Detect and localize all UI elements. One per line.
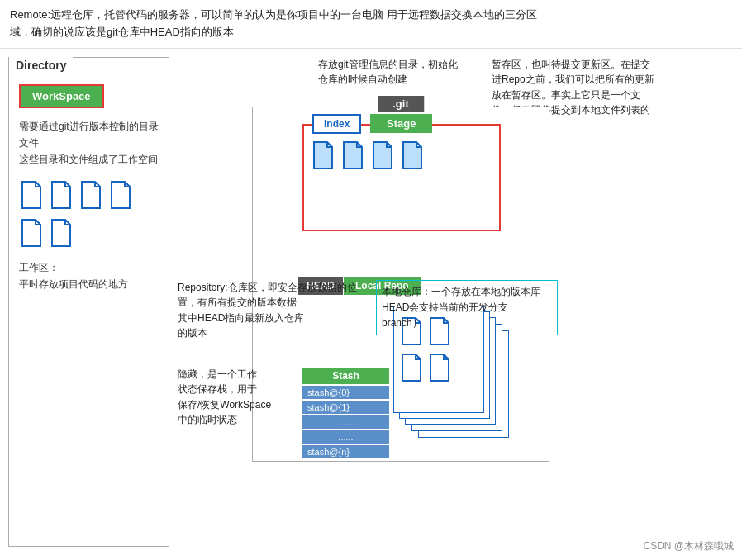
ann-repository: Repository:仓库区，即安全存放数据的位置，有所有提交的版本数据 其中H… — [178, 280, 368, 341]
ann-stash: 隐藏，是一个工作 状态保存栈，用于 保存/恢复WorkSpace 中的临时状态 — [178, 367, 314, 428]
repo-files-row2 — [399, 353, 478, 382]
stash-item-n: stash@{n} — [302, 445, 389, 458]
file-icon — [340, 140, 365, 170]
stage-box: Index Stage — [302, 124, 501, 231]
file-icon — [427, 353, 452, 382]
file-icon — [19, 180, 44, 210]
file-icon — [399, 353, 424, 382]
file-icon — [108, 180, 133, 210]
file-icons-row1 — [19, 180, 159, 210]
stash-dots-1: ...... — [302, 415, 389, 429]
file-icon — [400, 140, 425, 170]
stash-box: Stash stash@{0} stash@{1} ...... ...... … — [302, 368, 389, 458]
watermark: CSDN @木林森哦城 — [643, 539, 734, 553]
right-area: 存放git管理信息的目录，初始化 仓库的时候自动创建 暂存区，也叫待提交更新区。… — [178, 57, 734, 547]
git-label: .git — [378, 96, 424, 112]
directory-label: Directory — [9, 57, 73, 74]
stash-dots-2: ...... — [302, 430, 389, 444]
top-description: Remote:远程仓库，托管代码的服务器，可以简单的认为是你项目中的一台电脑 用… — [0, 0, 742, 49]
workspace-button[interactable]: WorkSpace — [21, 86, 102, 107]
index-button[interactable]: Index — [312, 114, 361, 134]
workspace-border: WorkSpace — [19, 84, 104, 108]
main-area: Directory WorkSpace 需要通过git进行版本控制的目录文件 这… — [0, 49, 742, 547]
file-icon — [78, 180, 103, 210]
file-icon — [19, 218, 44, 248]
file-icon — [370, 140, 395, 170]
file-icon — [311, 140, 335, 170]
workspace-desc: 需要通过git进行版本控制的目录文件 这些目录和文件组成了工作空间 — [19, 118, 160, 168]
stash-item-1: stash@{1} — [302, 401, 389, 414]
workarea-desc: 工作区： 平时存放项目代码的地方 — [19, 259, 159, 293]
stage-files — [311, 140, 492, 170]
stash-button[interactable]: Stash — [302, 368, 389, 384]
file-icons-row2 — [19, 218, 159, 248]
ann-localrepo-cyan: 本地仓库：一个存放在本地的版本库 HEAD会支持当前的开发分支 branch） — [376, 280, 558, 336]
top-line1: Remote:远程仓库，托管代码的服务器，可以简单的认为是你项目中的一台电脑 用… — [10, 8, 537, 21]
directory-box: Directory WorkSpace 需要通过git进行版本控制的目录文件 这… — [8, 57, 169, 547]
stash-item-0: stash@{0} — [302, 386, 389, 399]
top-line2: 域，确切的说应该是git仓库中HEAD指向的版本 — [10, 26, 234, 38]
file-icon — [49, 218, 74, 248]
ann-localrepo-text: 本地仓库：一个存放在本地的版本库 HEAD会支持当前的开发分支 branch） — [382, 286, 540, 329]
ann-git-info: 存放git管理信息的目录，初始化 仓库的时候自动创建 — [318, 57, 467, 88]
stage-button[interactable]: Stage — [370, 114, 432, 133]
file-icon — [49, 180, 74, 210]
